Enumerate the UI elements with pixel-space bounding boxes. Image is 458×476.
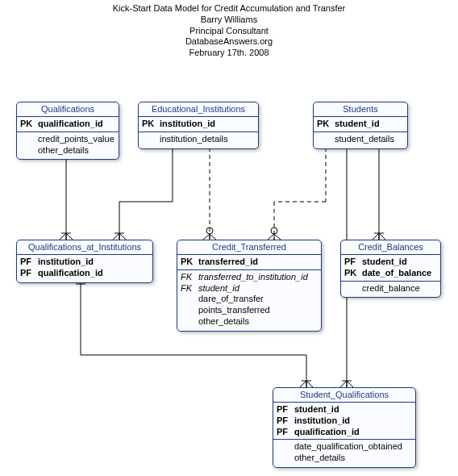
entity-body: PKtransferred_id FKtransferred_to_instit…: [177, 255, 321, 331]
svg-line-31: [373, 233, 379, 240]
svg-line-4: [66, 233, 73, 240]
svg-line-12: [119, 233, 126, 240]
entity-qualifications-at-institutions: Qualifications_at_Institutions PFinstitu…: [16, 240, 153, 283]
entity-body: PFinstitution_id PFqualification_id: [17, 255, 152, 282]
entity-credit-balances: Credit_Balances PFstudent_id PKdate_of_b…: [340, 240, 441, 298]
entity-header: Students: [314, 102, 407, 117]
svg-line-17: [203, 234, 210, 240]
entity-header: Qualifications_at_Institutions: [17, 240, 152, 255]
svg-line-38: [347, 381, 353, 387]
title-line-2: Barry Williams: [0, 15, 458, 26]
svg-line-18: [210, 234, 216, 240]
title-line-1: Kick-Start Data Model for Credit Accumul…: [0, 3, 458, 15]
entity-qualifications: Qualifications PKqualification_id credit…: [16, 102, 119, 160]
title-line-4: DatabaseAnswers.org: [0, 36, 458, 48]
entity-body: PKstudent_id student_details: [314, 117, 407, 148]
entity-header: Student_Qualifications: [273, 388, 415, 403]
svg-line-32: [379, 233, 385, 240]
entity-educational-institutions: Educational_Institutions PKinstitution_i…: [138, 102, 259, 149]
entity-body: PFstudent_id PFinstitution_id PFqualific…: [273, 403, 415, 467]
entity-header: Educational_Institutions: [139, 102, 258, 117]
title-line-5: February 17th. 2008: [0, 48, 458, 59]
entity-students: Students PKstudent_id student_details: [313, 102, 408, 149]
svg-line-45: [300, 381, 306, 387]
entity-student-qualifications: Student_Qualifications PFstudent_id PFin…: [273, 387, 416, 468]
svg-line-26: [274, 234, 281, 240]
entity-body: PKqualification_id credit_points_value o…: [17, 117, 119, 159]
svg-line-46: [306, 381, 313, 387]
svg-point-16: [206, 228, 213, 234]
entity-body: PKinstitution_id institution_details: [139, 117, 258, 148]
svg-point-24: [271, 228, 277, 234]
title-line-3: Principal Consultant: [0, 26, 458, 37]
entity-header: Credit_Transferred: [177, 240, 321, 255]
entity-body: PFstudent_id PKdate_of_balance credit_ba…: [341, 255, 440, 297]
diagram-title: Kick-Start Data Model for Credit Accumul…: [0, 3, 458, 59]
svg-line-11: [113, 233, 119, 240]
entity-header: Qualifications: [17, 102, 119, 117]
entity-header: Credit_Balances: [341, 240, 440, 255]
svg-line-25: [268, 234, 274, 240]
svg-line-3: [60, 233, 66, 240]
entity-credit-transferred: Credit_Transferred PKtransferred_id FKtr…: [177, 240, 322, 332]
svg-line-37: [340, 381, 347, 387]
